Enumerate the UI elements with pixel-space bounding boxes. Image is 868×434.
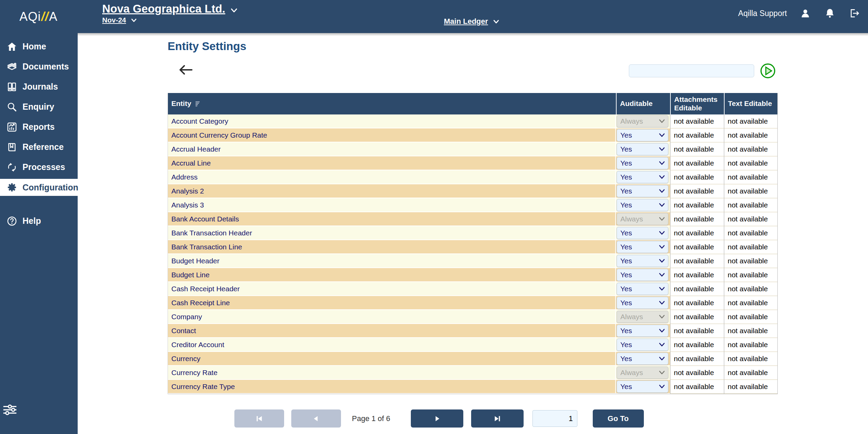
auditable-cell: Yes xyxy=(616,282,670,296)
app-logo: AQi//A xyxy=(19,0,58,33)
auditable-select[interactable]: Yes xyxy=(617,185,668,197)
company-selector[interactable]: Nova Geographica Ltd. xyxy=(102,2,225,15)
table-row: Bank Transaction Header Yes not availabl… xyxy=(168,226,777,240)
search-input[interactable] xyxy=(629,64,754,77)
text-editable-cell: not available xyxy=(724,142,777,156)
next-page-button[interactable] xyxy=(411,409,463,428)
page-indicator: Page 1 of 6 xyxy=(352,414,390,423)
auditable-cell: Yes xyxy=(616,170,670,184)
auditable-cell: Yes xyxy=(616,338,670,352)
auditable-select[interactable]: Yes xyxy=(617,325,668,337)
auditable-select[interactable]: Yes xyxy=(617,269,668,281)
goto-page-button[interactable]: Go To xyxy=(593,409,644,428)
entity-name-cell: Budget Header xyxy=(168,254,616,268)
chevron-down-icon[interactable] xyxy=(131,18,137,24)
entity-name-cell: Budget Line xyxy=(168,268,616,282)
attachments-editable-cell: not available xyxy=(670,240,724,254)
entity-name-cell: Account Category xyxy=(168,114,616,128)
column-header-attachments-editable[interactable]: Attachments Editable xyxy=(670,93,724,114)
auditable-select[interactable]: Yes xyxy=(617,339,668,351)
column-header-entity[interactable]: Entity xyxy=(168,93,616,114)
auditable-cell: Yes xyxy=(616,324,670,338)
filter-sliders-icon[interactable] xyxy=(2,402,18,418)
main-content: Entity Settings Entity Auditable Attachm… xyxy=(78,33,868,434)
sidebar-item-documents[interactable]: Documents xyxy=(0,57,78,77)
ledger-selector[interactable]: Main Ledger xyxy=(444,17,488,26)
attachments-editable-cell: not available xyxy=(670,282,724,296)
reports-icon xyxy=(6,121,18,133)
auditable-select[interactable]: Yes xyxy=(617,143,668,155)
table-row: Account Category Always not available no… xyxy=(168,114,777,128)
attachments-editable-cell: not available xyxy=(670,380,724,394)
attachments-editable-cell: not available xyxy=(670,226,724,240)
attachments-editable-cell: not available xyxy=(670,296,724,310)
auditable-cell: Yes xyxy=(616,240,670,254)
chevron-down-icon[interactable] xyxy=(230,8,238,15)
sidebar-item-reports[interactable]: Reports xyxy=(0,117,78,137)
auditable-cell: Yes xyxy=(616,198,670,212)
auditable-select[interactable]: Yes xyxy=(617,129,668,141)
attachments-editable-cell: not available xyxy=(670,352,724,366)
attachments-editable-cell: not available xyxy=(670,254,724,268)
auditable-select[interactable]: Yes xyxy=(617,157,668,169)
attachments-editable-cell: not available xyxy=(670,310,724,324)
auditable-select: Always xyxy=(617,311,668,323)
sidebar-item-label: Reports xyxy=(22,122,55,132)
table-row: Cash Receipt Line Yes not available not … xyxy=(168,296,777,310)
logout-icon[interactable] xyxy=(848,7,861,19)
table-row: Analysis 3 Yes not available not availab… xyxy=(168,198,777,212)
reference-icon xyxy=(6,141,18,153)
sidebar-item-enquiry[interactable]: Enquiry xyxy=(0,97,78,117)
column-header-text-editable[interactable]: Text Editable xyxy=(724,93,777,114)
table-row: Accrual Line Yes not available not avail… xyxy=(168,156,777,170)
auditable-select[interactable]: Yes xyxy=(617,171,668,183)
text-editable-cell: not available xyxy=(724,254,777,268)
first-page-button[interactable] xyxy=(234,409,284,428)
auditable-cell: Yes xyxy=(616,156,670,170)
attachments-editable-cell: not available xyxy=(670,184,724,198)
user-profile-icon[interactable] xyxy=(799,7,811,19)
entity-name-cell: Analysis 2 xyxy=(168,184,616,198)
table-row: Company Always not available not availab… xyxy=(168,310,777,324)
sidebar-item-configuration[interactable]: Configuration xyxy=(0,179,78,196)
text-editable-cell: not available xyxy=(724,282,777,296)
previous-page-button[interactable] xyxy=(291,409,341,428)
entity-name-cell: Bank Account Details xyxy=(168,212,616,226)
search-go-button[interactable] xyxy=(760,63,776,79)
table-row: Budget Line Yes not available not availa… xyxy=(168,268,777,282)
attachments-editable-cell: not available xyxy=(670,170,724,184)
last-page-button[interactable] xyxy=(471,409,524,428)
sidebar-item-reference[interactable]: Reference xyxy=(0,137,78,157)
auditable-select[interactable]: Yes xyxy=(617,283,668,295)
chevron-down-icon[interactable] xyxy=(493,19,499,26)
back-button[interactable] xyxy=(176,61,194,79)
sidebar-item-processes[interactable]: Processes xyxy=(0,157,78,177)
entity-settings-table: Entity Auditable Attachments Editable Te… xyxy=(168,93,778,394)
sidebar-item-journals[interactable]: Journals xyxy=(0,77,78,97)
auditable-select[interactable]: Yes xyxy=(617,255,668,267)
page-number-input[interactable] xyxy=(532,410,577,427)
entity-name-cell: Currency xyxy=(168,352,616,366)
logo-text-end: A xyxy=(49,10,58,24)
text-editable-cell: not available xyxy=(724,128,777,142)
auditable-select[interactable]: Yes xyxy=(617,353,668,365)
notifications-bell-icon[interactable] xyxy=(824,7,836,19)
auditable-cell: Always xyxy=(616,114,670,128)
sidebar-item-label: Documents xyxy=(22,62,69,72)
table-row: Analysis 2 Yes not available not availab… xyxy=(168,184,777,198)
table-row: Accrual Header Yes not available not ava… xyxy=(168,142,777,156)
auditable-cell: Always xyxy=(616,310,670,324)
auditable-select[interactable]: Yes xyxy=(617,227,668,239)
column-header-auditable[interactable]: Auditable xyxy=(616,93,670,114)
auditable-select[interactable]: Yes xyxy=(617,297,668,309)
sidebar-item-label: Processes xyxy=(22,162,65,172)
attachments-editable-cell: not available xyxy=(670,324,724,338)
auditable-select[interactable]: Yes xyxy=(617,241,668,253)
auditable-select[interactable]: Yes xyxy=(617,381,668,392)
sidebar-item-help[interactable]: Help xyxy=(0,211,78,231)
entity-name-cell: Analysis 3 xyxy=(168,198,616,212)
period-selector[interactable]: Nov-24 xyxy=(102,16,126,24)
table-row: Bank Account Details Always not availabl… xyxy=(168,212,777,226)
sidebar-item-home[interactable]: Home xyxy=(0,36,78,57)
auditable-select[interactable]: Yes xyxy=(617,199,668,211)
